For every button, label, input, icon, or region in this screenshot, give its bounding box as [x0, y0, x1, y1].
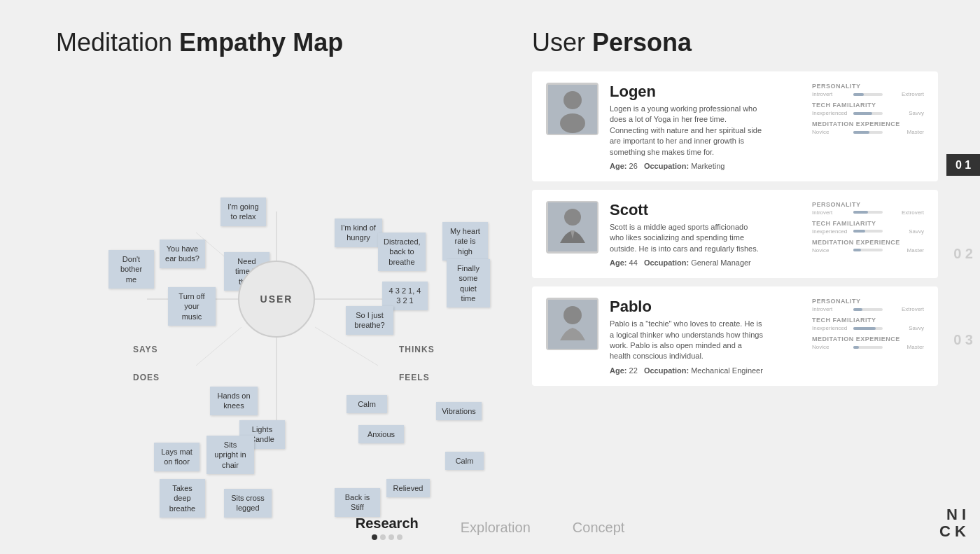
left-title: Meditation Empathy Map: [56, 28, 476, 57]
persona-meta-pablo: Age: 22 Occupation: Mechanical Engineer: [610, 366, 801, 375]
nick-watermark: N I C K: [939, 506, 966, 540]
persona-num-01[interactable]: 0 1: [946, 154, 980, 176]
nav-dot-4: [397, 534, 402, 540]
persona-meta-logen: Age: 26 Occupation: Marketing: [610, 162, 801, 170]
tech-stat-logen: Tech Familiarity Inexperienced Savvy: [812, 102, 924, 116]
logen-avatar-svg: [548, 85, 597, 134]
feels-label: FEELS: [399, 373, 430, 382]
persona-name-logen: Logen: [610, 83, 801, 101]
svg-point-9: [560, 113, 585, 133]
says-label: SAYS: [133, 345, 158, 354]
persona-info-scott: Scott Scott is a middle aged sports affi…: [610, 201, 801, 267]
user-label: USER: [260, 293, 293, 305]
bottom-nav: Research Exploration Concept: [0, 515, 980, 540]
sticky-vibrations: Vibrations: [436, 402, 482, 420]
persona-avatar-pablo: [546, 298, 598, 350]
persona-desc-pablo: Pablo is a "techie" who loves to create.…: [610, 319, 764, 362]
left-title-bold: Empathy Map: [179, 28, 343, 57]
nav-dots-research: [372, 534, 402, 540]
nav-item-concept[interactable]: Concept: [573, 520, 625, 536]
sticky-calm2: Calm: [445, 452, 484, 470]
svg-line-5: [196, 327, 241, 366]
svg-point-11: [564, 209, 581, 226]
persona-stats-pablo: Personality Introvert Extrovert Tech Fam…: [812, 298, 924, 375]
persona-info-pablo: Pablo Pablo is a "techie" who loves to c…: [610, 298, 801, 375]
right-panel: User Persona: [504, 0, 980, 554]
thinks-label: THINKS: [399, 345, 435, 354]
nav-dot-1: [372, 534, 377, 540]
empathy-map: SAYS THINKS DOES FEELS USER Don't bother…: [56, 71, 476, 478]
sticky-relieved: Relieved: [386, 479, 430, 497]
nav-item-research[interactable]: Research: [356, 515, 419, 540]
persona-card-scott[interactable]: Scott Scott is a middle aged sports affi…: [532, 190, 938, 278]
scott-avatar-svg: [548, 202, 597, 251]
sticky-calm1: Calm: [346, 395, 387, 413]
nav-label-concept[interactable]: Concept: [573, 520, 625, 536]
sticky-sits-upright: Sits upright in chair: [206, 436, 254, 474]
persona-stats-scott: Personality Introvert Extrovert Tech Fam…: [812, 201, 924, 267]
persona-info-logen: Logen Logen is a young working professio…: [610, 83, 801, 170]
sticky-back-stiff: Back is Stiff: [335, 488, 380, 517]
persona-card-logen[interactable]: Logen Logen is a young working professio…: [532, 71, 938, 181]
persona-meta-scott: Age: 44 Occupation: General Manager: [610, 258, 801, 267]
sticky-ear-buds: You have ear buds?: [160, 240, 205, 268]
persona-name-pablo: Pablo: [610, 298, 801, 316]
persona-card-pablo[interactable]: Pablo Pablo is a "techie" who loves to c…: [532, 286, 938, 386]
nav-dot-3: [388, 534, 394, 540]
persona-desc-scott: Scott is a middle aged sports afficionad…: [610, 222, 764, 254]
svg-point-13: [564, 306, 582, 324]
persona-avatar-scott: [546, 201, 598, 254]
right-title: User Persona: [532, 28, 938, 57]
sticky-kind-hungry: I'm kind of hungry: [335, 219, 382, 247]
persona-list: Logen Logen is a young working professio…: [532, 71, 938, 386]
pablo-avatar-svg: [548, 300, 597, 349]
med-stat-logen: Meditation Experience Novice Master: [812, 120, 924, 135]
sticky-hands-knees: Hands on knees: [210, 387, 258, 415]
sticky-anxious: Anxious: [358, 425, 404, 443]
sticky-lays-mat: Lays mat on floor: [154, 443, 200, 471]
nav-label-research[interactable]: Research: [356, 515, 419, 532]
sticky-dont-bother-me: Don't bother me: [108, 250, 154, 289]
sticky-deep-breathe: Takes deep breathe: [160, 479, 205, 518]
right-title-bold: Persona: [592, 28, 692, 57]
persona-stats-logen: Personality Introvert Extrovert Tech Fam…: [812, 83, 924, 170]
nick-line2: C K: [939, 523, 966, 540]
sticky-so-i-breathe: So I just breathe?: [346, 306, 393, 335]
nav-dot-2: [380, 534, 386, 540]
user-circle: USER: [238, 261, 315, 338]
sticky-distracted: Distracted, back to breathe: [378, 233, 426, 271]
persona-desc-logen: Logen is a young working professional wh…: [610, 104, 764, 158]
sticky-turn-off-music: Turn off your music: [168, 287, 216, 326]
nav-label-exploration[interactable]: Exploration: [461, 520, 531, 536]
persona-num-03[interactable]: 0 3: [946, 332, 980, 348]
personality-stat-logen: Personality Introvert Extrovert: [812, 83, 924, 97]
nav-item-exploration[interactable]: Exploration: [461, 520, 531, 536]
persona-avatar-logen: [546, 83, 598, 135]
sticky-cross-legged: Sits cross legged: [224, 489, 272, 518]
does-label: DOES: [133, 373, 160, 382]
left-title-light: Meditation: [56, 28, 179, 57]
nick-line1: N I: [939, 506, 966, 523]
sticky-going-to-relax: I'm going to relax: [220, 198, 266, 226]
persona-num-02[interactable]: 0 2: [946, 246, 980, 262]
right-title-light: User: [532, 28, 592, 57]
left-panel: Meditation Empathy Map SAYS: [0, 0, 504, 554]
sticky-quiet-time: Finally some quiet time: [447, 259, 490, 307]
persona-name-scott: Scott: [610, 201, 801, 219]
main-container: Meditation Empathy Map SAYS: [0, 0, 980, 554]
sticky-heart-rate: My heart rate is high: [442, 222, 488, 261]
persona-numbers: 0 1 0 2 0 3: [946, 154, 980, 348]
